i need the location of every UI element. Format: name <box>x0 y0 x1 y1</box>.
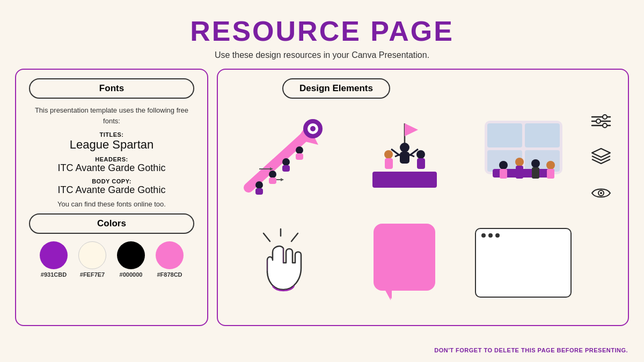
illustration-browser <box>466 212 581 313</box>
settings-icon <box>591 113 611 129</box>
svg-point-13 <box>282 158 290 166</box>
svg-rect-37 <box>500 169 507 179</box>
swatch-circle-black <box>117 241 145 269</box>
left-panel: Fonts This presentation template uses th… <box>15 69 208 326</box>
svg-point-40 <box>531 159 540 168</box>
colors-label: Colors <box>29 213 194 234</box>
svg-point-52 <box>600 192 602 194</box>
svg-line-55 <box>291 233 298 241</box>
swatch-purple: #931CBD <box>40 241 68 278</box>
svg-point-42 <box>546 161 555 169</box>
page-header: RESOURCE PAGE Use these design resources… <box>0 0 644 60</box>
icons-column-bottom <box>585 212 617 313</box>
svg-line-53 <box>264 233 270 241</box>
fonts-note: You can find these fonts online too. <box>29 200 194 208</box>
illustration-click-hand <box>229 212 343 313</box>
font-entry-titles: TITLES: League Spartan <box>29 131 194 152</box>
font-label-headers: HEADERS: <box>29 156 194 162</box>
page-title: RESOURCE PAGE <box>0 15 644 47</box>
svg-rect-14 <box>282 165 290 172</box>
footer-note: DON'T FORGET TO DELETE THIS PAGE BEFORE … <box>434 347 628 353</box>
svg-rect-25 <box>385 158 393 169</box>
illustration-people-stage <box>347 106 462 208</box>
page-subtitle: Use these design resources in your Canva… <box>0 50 644 60</box>
svg-point-15 <box>296 146 303 154</box>
browser-dots <box>481 233 500 238</box>
fonts-intro: This presentation template uses the foll… <box>29 105 194 126</box>
svg-point-47 <box>603 115 607 119</box>
fonts-label: Fonts <box>29 78 194 99</box>
swatch-black: #000000 <box>117 241 145 278</box>
swatch-label-purple: #931CBD <box>41 271 67 278</box>
swatch-label-pink: #F878CD <box>157 271 182 278</box>
svg-point-9 <box>255 181 263 189</box>
speech-bubble <box>374 224 435 291</box>
svg-marker-8 <box>281 178 284 181</box>
font-name-headers: ITC Avante Garde Gothic <box>29 162 194 174</box>
font-label-titles: TITLES: <box>29 131 194 138</box>
svg-rect-10 <box>255 188 263 195</box>
browser-dot-2 <box>488 233 493 238</box>
svg-point-38 <box>515 158 524 166</box>
svg-rect-34 <box>525 150 560 172</box>
svg-rect-12 <box>269 178 276 184</box>
svg-rect-32 <box>525 123 560 147</box>
svg-rect-31 <box>487 123 522 147</box>
browser-dot-3 <box>495 233 500 238</box>
svg-rect-39 <box>516 166 523 179</box>
svg-point-24 <box>384 150 393 159</box>
svg-rect-43 <box>547 169 554 179</box>
eye-icon <box>591 186 611 201</box>
svg-rect-17 <box>372 172 437 188</box>
design-elements-label: Design Elements <box>282 78 390 99</box>
svg-point-48 <box>596 119 601 123</box>
design-icons-column <box>585 106 617 208</box>
swatch-pink: #F878CD <box>156 241 184 278</box>
svg-rect-27 <box>417 158 425 169</box>
svg-point-11 <box>269 171 276 178</box>
layers-icon <box>591 147 611 167</box>
font-entry-body: BODY COPY: ITC Avante Garde Gothic <box>29 178 194 196</box>
svg-rect-21 <box>400 152 409 164</box>
font-entry-headers: HEADERS: ITC Avante Garde Gothic <box>29 156 194 174</box>
svg-rect-41 <box>532 167 539 179</box>
swatch-circle-pink <box>156 241 184 269</box>
swatch-circle-purple <box>40 241 68 269</box>
swatch-cream: #FEF7E7 <box>78 241 106 278</box>
browser-window <box>475 228 572 298</box>
right-panel: Design Elements <box>217 69 629 326</box>
main-container: Fonts This presentation template uses th… <box>15 69 629 326</box>
svg-point-20 <box>400 143 409 152</box>
font-name-titles: League Spartan <box>29 138 194 152</box>
browser-dot-1 <box>481 233 486 238</box>
illustration-meeting <box>466 106 581 208</box>
illustration-arrow-people <box>229 106 343 208</box>
svg-point-26 <box>416 150 425 159</box>
svg-point-49 <box>603 123 607 128</box>
svg-rect-16 <box>296 153 303 160</box>
svg-marker-50 <box>592 149 610 157</box>
font-name-body: ITC Avante Garde Gothic <box>29 184 194 196</box>
swatch-label-black: #000000 <box>120 271 143 278</box>
swatch-label-cream: #FEF7E7 <box>80 271 105 278</box>
font-label-body: BODY COPY: <box>29 178 194 184</box>
svg-point-36 <box>499 161 508 169</box>
color-swatches: #931CBD #FEF7E7 #000000 #F878CD <box>29 241 194 278</box>
swatch-circle-cream <box>78 241 106 269</box>
illustration-speech-bubble <box>347 212 462 313</box>
svg-marker-19 <box>405 123 418 136</box>
svg-point-4 <box>310 126 316 131</box>
